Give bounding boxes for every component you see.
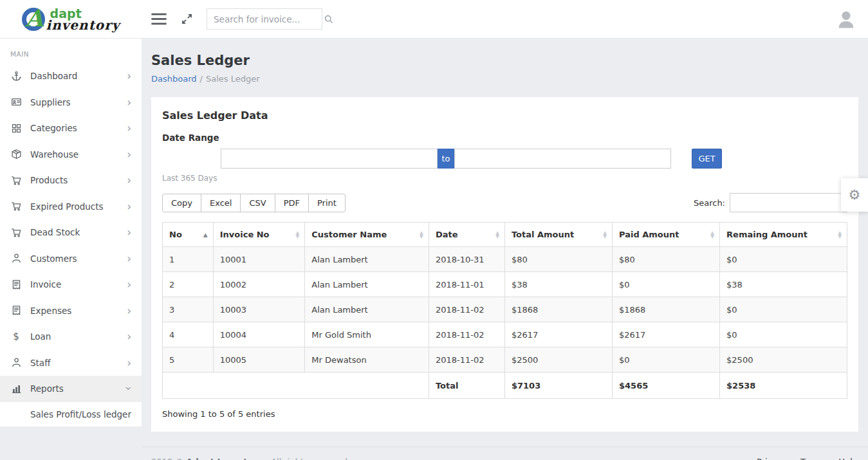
table-cell: $2617 — [613, 322, 720, 347]
sidebar-subitem-sales-profit-loss-ledger[interactable]: Sales Profit/Loss ledger — [0, 402, 142, 427]
table-cell: 2018-11-02 — [429, 322, 504, 347]
copyright-text: 2018 © Adapt Inventory - All rights rese… — [151, 457, 347, 460]
user-avatar-icon[interactable] — [835, 8, 858, 31]
chevron-right-icon: › — [127, 151, 131, 158]
table-cell: $2617 — [504, 322, 612, 347]
sidebar-item-expenses[interactable]: Expenses› — [0, 298, 142, 324]
anchor-icon — [10, 71, 22, 82]
sidebar-item-categories[interactable]: Categories› — [0, 115, 142, 142]
export-button-group: CopyExcelCSVPDFPrint — [162, 194, 346, 212]
column-header-invoice-no[interactable]: Invoice No▲▼ — [213, 223, 305, 247]
settings-panel[interactable]: ⚙ — [841, 178, 868, 212]
sidebar-item-products[interactable]: Products› — [0, 167, 142, 194]
sidebar-item-label: Loan — [30, 331, 51, 342]
sidebar-item-expired-products[interactable]: Expired Products› — [0, 194, 142, 220]
table-row: 110001Alan Lambert2018-10-31$80$80$0 — [163, 247, 847, 272]
sidebar-item-label: Expenses — [30, 306, 71, 316]
chevron-right-icon: › — [127, 177, 131, 183]
sidebar-item-dashboard[interactable]: Dashboard› — [0, 63, 142, 89]
column-header-total-amount[interactable]: Total Amount▲▼ — [504, 223, 612, 247]
sidebar-item-warehouse[interactable]: Warehouse› — [0, 142, 142, 168]
footer: 2018 © Adapt Inventory - All rights rese… — [142, 446, 868, 460]
showing-entries-text: Showing 1 to 5 of 5 entries — [162, 409, 847, 419]
sidebar-item-label: Staff — [30, 358, 50, 368]
table-cell: $80 — [613, 247, 720, 272]
sidebar-item-invoice[interactable]: Invoice› — [0, 271, 142, 298]
hamburger-menu-icon[interactable] — [151, 13, 167, 25]
chevron-right-icon: › — [127, 308, 131, 314]
breadcrumb-current: Sales Ledger — [206, 74, 260, 84]
breadcrumb: Dashboard/Sales Ledger — [151, 74, 858, 84]
table-cell: Mr Gold Smith — [305, 322, 429, 347]
table-cell: $2500 — [720, 347, 847, 373]
footer-link-help[interactable]: Help — [838, 457, 858, 460]
date-from-input[interactable] — [221, 149, 438, 169]
fullscreen-expand-icon[interactable] — [181, 13, 193, 25]
csv-export-button[interactable]: CSV — [240, 194, 275, 212]
id-card-icon — [10, 97, 22, 107]
table-cell: 10001 — [213, 247, 305, 272]
sort-both-icon: ▲▼ — [838, 231, 842, 239]
footer-link-terms[interactable]: Terms — [800, 457, 825, 460]
magnifier-icon[interactable] — [324, 14, 334, 24]
table-cell: 10004 — [213, 322, 305, 347]
sidebar-item-suppliers[interactable]: Suppliers› — [0, 89, 142, 116]
breadcrumb-dashboard-link[interactable]: Dashboard — [151, 74, 197, 84]
table-cell: $0 — [613, 272, 720, 297]
table-cell: Alan Lambert — [305, 297, 429, 322]
total-value-cell: $2538 — [720, 373, 847, 399]
date-to-input[interactable] — [454, 149, 671, 169]
table-cell: 4 — [163, 322, 214, 347]
sidebar-item-label: Products — [30, 175, 68, 185]
table-search-input[interactable] — [730, 193, 847, 212]
sidebar-item-loan[interactable]: $Loan› — [0, 324, 142, 350]
total-value-cell: $7103 — [504, 373, 612, 399]
logo-area: A dapt inventory — [0, 8, 142, 31]
chevron-right-icon: › — [127, 281, 131, 288]
app-logo[interactable]: A dapt inventory — [22, 8, 120, 31]
content-area: Sales Ledger Dashboard/Sales Ledger Sale… — [142, 39, 868, 432]
sidebar-item-reports[interactable]: Reports› — [0, 376, 142, 402]
table-cell: 2018-11-01 — [429, 272, 504, 297]
person-icon — [10, 357, 22, 368]
column-header-paid-amount[interactable]: Paid Amount▲▼ — [613, 223, 720, 247]
footer-link-privacy[interactable]: Privacy — [757, 457, 787, 460]
table-cell: 2 — [163, 272, 214, 297]
topbar: A dapt inventory — [0, 0, 868, 39]
sort-ascending-icon: ▲ — [203, 232, 208, 237]
chevron-right-icon: › — [127, 229, 131, 235]
sales-ledger-card: Sales Ledger Data Date Range to GET Last… — [151, 97, 858, 432]
column-header-remaing-amount[interactable]: Remaing Amount▲▼ — [720, 223, 847, 247]
sort-both-icon: ▲▼ — [495, 231, 499, 239]
table-row: 410004Mr Gold Smith2018-11-02$2617$2617$… — [163, 322, 847, 347]
sales-ledger-table: No▲Invoice No▲▼Customer Name▲▼Date▲▼Tota… — [162, 222, 847, 399]
table-row: 510005Mr Dewatson2018-11-02$2500$0$2500 — [163, 347, 847, 373]
chevron-right-icon: › — [127, 255, 131, 262]
print-export-button[interactable]: Print — [308, 194, 346, 212]
sidebar-item-customers[interactable]: Customers› — [0, 246, 142, 272]
table-cell: $80 — [504, 247, 612, 272]
chevron-right-icon: › — [127, 203, 131, 210]
table-cell: $0 — [613, 347, 720, 373]
table-cell: 1 — [163, 247, 214, 272]
column-header-no[interactable]: No▲ — [163, 223, 214, 247]
get-button[interactable]: GET — [692, 149, 722, 169]
pdf-export-button[interactable]: PDF — [275, 194, 309, 212]
table-cell: 3 — [163, 297, 214, 322]
table-cell: $2500 — [504, 347, 612, 373]
total-label-cell: Total — [429, 373, 504, 399]
receipt-icon — [10, 279, 22, 290]
chevron-down-icon: › — [126, 387, 133, 391]
column-header-date[interactable]: Date▲▼ — [429, 223, 504, 247]
sidebar: MAIN Dashboard›Suppliers›Categories›Ware… — [0, 39, 142, 427]
copy-export-button[interactable]: Copy — [162, 194, 201, 212]
sidebar-item-dead-stock[interactable]: Dead Stock› — [0, 219, 142, 246]
last-365-days-label: Last 365 Days — [162, 174, 847, 183]
column-header-customer-name[interactable]: Customer Name▲▼ — [305, 223, 429, 247]
excel-export-button[interactable]: Excel — [201, 194, 241, 212]
sidebar-item-staff[interactable]: Staff› — [0, 350, 142, 376]
logo-letter: A — [26, 5, 44, 32]
invoice-search-input[interactable] — [214, 14, 324, 24]
dollar-icon: $ — [10, 332, 22, 342]
cart-icon — [10, 227, 22, 238]
